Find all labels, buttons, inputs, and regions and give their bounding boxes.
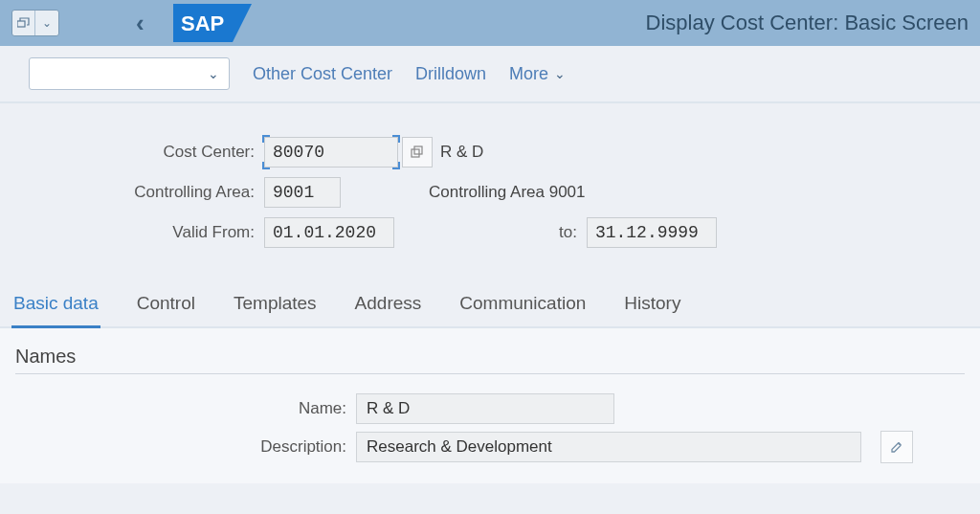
tabs-bar: Basic data Control Templates Address Com…: [0, 281, 980, 328]
form-area: Cost Center: 80070 R & D Controlling Are…: [0, 103, 980, 281]
description-value: Research & Development: [367, 437, 552, 457]
chevron-down-icon: ⌄: [42, 16, 52, 30]
name-label: Name:: [15, 399, 356, 418]
value-help-button[interactable]: [402, 137, 433, 168]
more-button[interactable]: More ⌄: [509, 64, 566, 84]
sap-logo: SAP: [173, 4, 252, 42]
tab-basic-data[interactable]: Basic data: [11, 281, 100, 328]
valid-to-input[interactable]: 31.12.9999: [587, 217, 717, 248]
controlling-area-value: 9001: [273, 183, 314, 202]
valid-from-label: Valid From:: [11, 223, 264, 242]
tab-address[interactable]: Address: [353, 281, 424, 328]
tab-history[interactable]: History: [622, 281, 682, 328]
cost-center-row: Cost Center: 80070 R & D: [11, 132, 969, 172]
valid-from-value: 01.01.2020: [273, 223, 376, 242]
toolbar: ⌄ Other Cost Center Drilldown More ⌄: [0, 46, 980, 103]
cost-center-label: Cost Center:: [11, 143, 264, 162]
svg-text:SAP: SAP: [181, 11, 224, 35]
description-input[interactable]: Research & Development: [356, 432, 861, 462]
focus-bracket: [262, 162, 270, 169]
back-arrow[interactable]: ‹: [136, 9, 145, 38]
controlling-area-row: Controlling Area: 9001 Controlling Area …: [11, 172, 969, 212]
valid-to-value: 31.12.9999: [595, 223, 699, 242]
command-field-group: ⌄: [11, 10, 59, 36]
edit-description-button[interactable]: [880, 431, 913, 463]
drilldown-link[interactable]: Drilldown: [415, 64, 486, 84]
valid-from-input[interactable]: 01.01.2020: [264, 217, 394, 248]
name-value: R & D: [367, 399, 410, 418]
chevron-down-icon: ⌄: [208, 66, 219, 81]
names-section: Names Name: R & D Description: Research …: [0, 328, 980, 483]
more-label: More: [509, 64, 548, 84]
tab-control[interactable]: Control: [135, 281, 197, 328]
name-input[interactable]: R & D: [356, 393, 614, 424]
cost-center-field-wrapper: 80070: [264, 137, 398, 168]
value-help-icon: [411, 145, 424, 159]
command-icon[interactable]: [12, 11, 35, 35]
section-divider: [15, 373, 965, 374]
svg-rect-0: [17, 21, 25, 27]
header-left: ⌄: [11, 10, 59, 36]
pencil-icon: [890, 440, 903, 454]
toolbar-dropdown[interactable]: ⌄: [29, 57, 230, 90]
cost-center-text: R & D: [440, 143, 483, 162]
tab-communication[interactable]: Communication: [457, 281, 588, 328]
focus-bracket: [392, 135, 400, 143]
focus-bracket: [392, 162, 400, 169]
svg-rect-4: [414, 146, 422, 154]
names-section-title: Names: [15, 346, 965, 368]
controlling-area-input[interactable]: 9001: [264, 177, 341, 208]
focus-bracket: [262, 135, 270, 143]
description-label: Description:: [15, 437, 356, 457]
command-dropdown[interactable]: ⌄: [35, 11, 58, 35]
svg-rect-3: [412, 149, 419, 157]
page-title: Display Cost Center: Basic Screen: [646, 11, 969, 35]
cost-center-value: 80070: [273, 143, 324, 162]
header-bar: ⌄ ‹ SAP Display Cost Center: Basic Scree…: [0, 0, 980, 46]
other-cost-center-link[interactable]: Other Cost Center: [253, 64, 392, 84]
to-label: to:: [559, 223, 577, 242]
chevron-down-icon: ⌄: [554, 66, 566, 81]
cost-center-input[interactable]: 80070: [264, 137, 398, 168]
controlling-area-label: Controlling Area:: [11, 183, 264, 202]
valid-from-row: Valid From: 01.01.2020 to: 31.12.9999: [11, 212, 969, 253]
name-row: Name: R & D: [15, 390, 965, 428]
description-row: Description: Research & Development: [15, 428, 965, 466]
tab-templates[interactable]: Templates: [232, 281, 319, 328]
controlling-area-text: Controlling Area 9001: [429, 183, 586, 202]
